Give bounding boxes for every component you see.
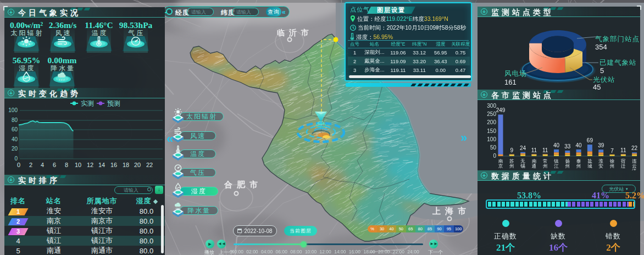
svg-text:气象部门站点: 气象部门站点 (595, 35, 640, 43)
svg-text:盐城: 盐城 (587, 158, 592, 169)
svg-text:徐州: 徐州 (610, 158, 615, 169)
svg-text:33: 33 (564, 143, 571, 149)
svg-text:354: 354 (595, 43, 607, 51)
svg-text:合肥市: 合肥市 (224, 180, 262, 189)
svg-text:161: 161 (504, 78, 517, 86)
svg-text:80: 80 (12, 117, 18, 123)
svg-text:泰州: 泰州 (576, 158, 581, 169)
svg-text:50: 50 (490, 145, 497, 151)
svg-text:250: 250 (487, 111, 496, 117)
svg-text:无锡: 无锡 (520, 158, 525, 169)
svg-text:7: 7 (610, 148, 614, 154)
svg-text:宿迁: 宿迁 (620, 158, 626, 169)
svg-text:20: 20 (134, 162, 141, 168)
svg-text:45: 45 (593, 83, 601, 90)
svg-text:200: 200 (487, 119, 496, 125)
svg-text:连云港: 连云港 (632, 158, 637, 170)
svg-text:22: 22 (146, 162, 153, 168)
svg-text:2: 2 (29, 162, 32, 168)
svg-text:300: 300 (487, 103, 496, 109)
svg-text:淮安: 淮安 (598, 158, 603, 169)
svg-text:上海市: 上海市 (432, 206, 470, 215)
svg-text:12: 12 (87, 162, 93, 168)
svg-text:100: 100 (8, 107, 18, 113)
svg-text:20: 20 (12, 146, 18, 152)
svg-text:11: 11 (620, 147, 626, 153)
svg-text:预测: 预测 (107, 99, 120, 107)
svg-text:100: 100 (487, 136, 496, 142)
svg-text:10: 10 (75, 162, 81, 168)
svg-text:镇江: 镇江 (553, 158, 559, 169)
svg-text:8: 8 (65, 162, 68, 168)
svg-text:249: 249 (496, 107, 506, 113)
svg-text:实测: 实测 (81, 99, 94, 107)
svg-text:60: 60 (12, 126, 18, 132)
svg-text:14: 14 (98, 162, 105, 168)
svg-text:4: 4 (41, 162, 44, 168)
svg-text:临沂市: 临沂市 (277, 28, 313, 37)
svg-text:40: 40 (12, 136, 18, 142)
svg-text:5: 5 (600, 66, 604, 75)
svg-text:11: 11 (531, 147, 537, 153)
svg-text:16: 16 (110, 162, 117, 168)
svg-text:南京: 南京 (498, 158, 503, 169)
svg-text:11: 11 (542, 147, 548, 153)
svg-text:光伏站: 光伏站 (593, 76, 615, 84)
svg-text:40: 40 (553, 142, 560, 148)
svg-text:69: 69 (587, 137, 593, 143)
svg-text:苏州: 苏州 (509, 158, 514, 169)
svg-text:6: 6 (53, 162, 56, 168)
svg-text:40: 40 (576, 142, 582, 148)
svg-text:39: 39 (598, 142, 604, 148)
svg-text:常州: 常州 (543, 158, 548, 169)
svg-text:南通: 南通 (532, 158, 537, 169)
svg-text:18: 18 (123, 162, 129, 168)
svg-text:0: 0 (14, 156, 18, 162)
svg-text:扬州: 扬州 (565, 158, 570, 169)
svg-text:24: 24 (520, 145, 526, 151)
svg-text:0: 0 (493, 153, 496, 159)
svg-text:150: 150 (487, 128, 496, 134)
svg-text:风电场: 风电场 (504, 70, 527, 77)
svg-text:22: 22 (631, 145, 638, 151)
svg-text:0: 0 (17, 162, 20, 168)
svg-text:9: 9 (510, 147, 514, 153)
svg-text:已建气象站: 已建气象站 (599, 59, 637, 66)
